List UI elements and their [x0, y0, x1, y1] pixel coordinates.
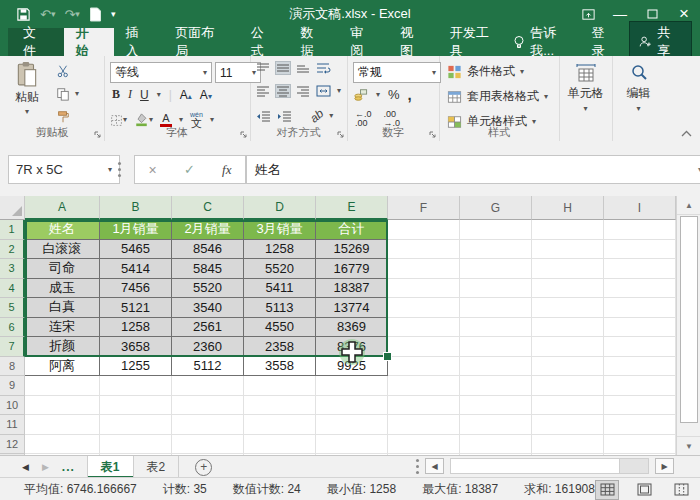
namebox-splitter[interactable]	[118, 168, 121, 171]
row-header[interactable]: 2	[0, 240, 25, 260]
cell[interactable]: 5465	[100, 240, 172, 260]
cut-button[interactable]	[56, 64, 70, 78]
cell[interactable]	[172, 435, 244, 455]
cell[interactable]	[604, 357, 676, 377]
cell[interactable]: 折颜	[25, 337, 100, 357]
cell[interactable]	[532, 279, 604, 299]
ribbon-tab[interactable]: 数据	[289, 28, 339, 56]
orientation-icon[interactable]: ab	[307, 106, 326, 125]
alignment-dialog-launcher-icon[interactable]	[336, 130, 345, 139]
cell[interactable]	[604, 376, 676, 396]
sheet-tab[interactable]: 表2	[134, 456, 180, 478]
cell[interactable]	[460, 337, 532, 357]
bold-button[interactable]: B	[112, 87, 120, 102]
shrink-font-button[interactable]: A▾	[200, 88, 212, 102]
row-header[interactable]: 6	[0, 318, 25, 338]
cell[interactable]	[460, 435, 532, 455]
tell-me-box[interactable]: 告诉我...	[513, 24, 579, 60]
cell[interactable]	[604, 435, 676, 455]
font-color-caret-icon[interactable]: ▾	[179, 116, 183, 124]
cell[interactable]	[460, 279, 532, 299]
cell[interactable]	[532, 337, 604, 357]
cell[interactable]: 16779	[316, 259, 388, 279]
file-tab[interactable]: 文件	[8, 28, 64, 56]
cell[interactable]	[460, 298, 532, 318]
vertical-scrollbar[interactable]: ▲ ▼	[676, 196, 700, 455]
cell[interactable]: 姓名	[25, 220, 100, 240]
cell[interactable]: 5112	[172, 357, 244, 377]
cell[interactable]: 1258	[100, 318, 172, 338]
percent-style-button[interactable]: %	[388, 87, 400, 102]
row-header[interactable]: 12	[0, 435, 25, 455]
cell[interactable]	[604, 220, 676, 240]
row-header[interactable]: 8	[0, 357, 25, 377]
ribbon-tab[interactable]: 公式	[239, 28, 289, 56]
decrease-indent-icon[interactable]	[256, 110, 271, 122]
cell[interactable]: 白滚滚	[25, 240, 100, 260]
cell[interactable]	[532, 376, 604, 396]
cell[interactable]: 连宋	[25, 318, 100, 338]
cell[interactable]	[172, 396, 244, 416]
ribbon-tab[interactable]: 开始	[64, 28, 114, 56]
cell[interactable]	[604, 240, 676, 260]
cell[interactable]: 1255	[100, 357, 172, 377]
cell[interactable]	[100, 415, 172, 435]
cell[interactable]	[460, 259, 532, 279]
ribbon-tab[interactable]: 页面布局	[163, 28, 238, 56]
ribbon-tab[interactable]: 插入	[114, 28, 164, 56]
redo-icon[interactable]: ↷▾	[64, 7, 79, 22]
cell[interactable]: 2月销量	[172, 220, 244, 240]
cell[interactable]: 5520	[244, 259, 316, 279]
cell[interactable]: 5520	[172, 279, 244, 299]
ribbon-tab[interactable]: 视图	[388, 28, 438, 56]
align-middle-icon[interactable]	[276, 62, 290, 74]
cell[interactable]	[604, 318, 676, 338]
row-header[interactable]: 3	[0, 259, 25, 279]
cell[interactable]: 5845	[172, 259, 244, 279]
cell[interactable]	[172, 376, 244, 396]
cell[interactable]	[388, 415, 460, 435]
cell[interactable]: 3658	[100, 337, 172, 357]
align-top-icon[interactable]	[256, 62, 270, 74]
underline-button[interactable]: U	[140, 88, 149, 102]
cell[interactable]: 8376	[316, 337, 388, 357]
cell[interactable]	[532, 259, 604, 279]
align-left-icon[interactable]	[256, 85, 270, 97]
cell[interactable]	[388, 259, 460, 279]
column-header[interactable]: G	[460, 196, 532, 220]
cell[interactable]	[460, 240, 532, 260]
cell[interactable]	[460, 376, 532, 396]
save-icon[interactable]	[16, 7, 31, 22]
column-header[interactable]: H	[532, 196, 604, 220]
cell[interactable]	[604, 396, 676, 416]
cell[interactable]	[604, 298, 676, 318]
cell[interactable]	[388, 298, 460, 318]
cell[interactable]: 3540	[172, 298, 244, 318]
select-all-corner[interactable]	[0, 196, 25, 220]
merge-center-icon[interactable]	[316, 85, 331, 97]
vertical-scroll-thumb[interactable]	[680, 216, 698, 423]
new-document-icon[interactable]	[89, 7, 102, 22]
collapse-ribbon-icon[interactable]	[681, 130, 692, 137]
scroll-down-icon[interactable]: ▼	[677, 436, 700, 455]
cell[interactable]	[532, 240, 604, 260]
cell[interactable]	[100, 435, 172, 455]
cell[interactable]: 5414	[100, 259, 172, 279]
cell[interactable]	[532, 396, 604, 416]
cell[interactable]: 13774	[316, 298, 388, 318]
sheet-tab[interactable]: 表1	[87, 456, 134, 478]
confirm-entry-icon[interactable]: ✓	[184, 162, 195, 177]
cell[interactable]: 5113	[244, 298, 316, 318]
insert-function-icon[interactable]: fx	[222, 162, 231, 178]
cell[interactable]	[388, 240, 460, 260]
row-header[interactable]: 7	[0, 337, 25, 357]
cell[interactable]: 合计	[316, 220, 388, 240]
column-header[interactable]: F	[388, 196, 460, 220]
accounting-format-icon[interactable]	[353, 88, 368, 102]
cell[interactable]: 1月销量	[100, 220, 172, 240]
format-as-table-button[interactable]: 套用表格格式▾	[447, 84, 548, 109]
cell[interactable]	[388, 279, 460, 299]
ribbon-tab[interactable]: 审阅	[338, 28, 388, 56]
cell[interactable]	[460, 396, 532, 416]
column-header[interactable]: I	[604, 196, 676, 220]
